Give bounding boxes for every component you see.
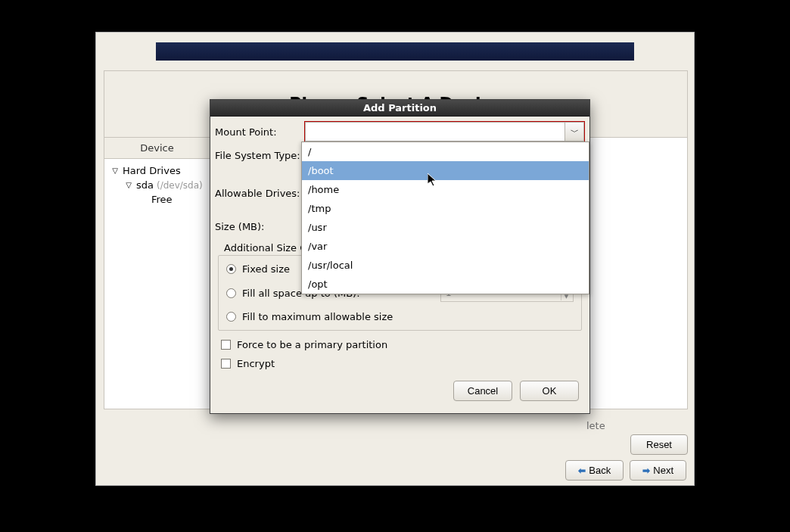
next-button-label: Next — [653, 465, 673, 476]
radio-fixed-size-label: Fixed size — [242, 263, 290, 275]
nav-buttons: ⬅ Back ➡ Next — [565, 460, 686, 481]
tree-label-sda-path: (/dev/sda) — [157, 180, 203, 191]
mount-point-dropdown-button[interactable]: ﹀ — [565, 122, 584, 142]
mount-point-option[interactable]: /opt — [302, 275, 589, 294]
mount-point-option[interactable]: /usr/local — [302, 256, 589, 275]
mount-point-row: Mount Point: ﹀ — [215, 121, 585, 142]
allowable-drives-label: Allowable Drives: — [215, 174, 304, 199]
mount-point-dropdown-list[interactable]: //boot/home/tmp/usr/var/usr/local/opt — [301, 142, 589, 294]
mount-point-option[interactable]: /var — [302, 237, 589, 256]
size-label: Size (MB): — [215, 221, 304, 232]
tree-label-free: Free — [151, 194, 173, 205]
arrow-left-icon: ⬅ — [578, 465, 586, 476]
mount-point-option[interactable]: /boot — [302, 161, 589, 180]
tree-label-sda: sda — [136, 179, 154, 191]
arrow-right-icon: ➡ — [642, 465, 650, 476]
mount-point-combobox[interactable]: ﹀ — [304, 121, 585, 142]
force-primary-label: Force to be a primary partition — [237, 339, 387, 350]
mount-point-option[interactable]: /usr — [302, 218, 589, 237]
ok-button-label: OK — [543, 385, 557, 397]
back-button[interactable]: ⬅ Back — [565, 460, 624, 481]
encrypt-checkbox[interactable] — [221, 359, 231, 369]
back-button-label: Back — [589, 465, 611, 476]
twist-icon[interactable]: ▽ — [110, 166, 120, 175]
reset-button-label: Reset — [646, 439, 672, 450]
dialog-title: Add Partition — [210, 100, 589, 117]
dialog-footer: Cancel OK — [215, 373, 585, 409]
encrypt-row[interactable]: Encrypt — [215, 354, 585, 373]
radio-fixed-size[interactable] — [226, 264, 236, 274]
delete-button-partial[interactable]: lete — [586, 420, 605, 431]
fs-type-label: File System Type: — [215, 150, 304, 161]
bottom-buttons-row: Reset — [104, 434, 688, 455]
next-button[interactable]: ➡ Next — [630, 460, 686, 481]
twist-icon[interactable]: ▽ — [124, 181, 133, 189]
ok-button[interactable]: OK — [520, 381, 579, 401]
force-primary-checkbox[interactable] — [221, 340, 231, 350]
encrypt-label: Encrypt — [237, 358, 275, 369]
mount-point-option[interactable]: /home — [302, 180, 589, 199]
installer-header-bar — [156, 42, 634, 61]
cancel-button[interactable]: Cancel — [453, 381, 512, 401]
mount-point-option[interactable]: / — [302, 142, 589, 161]
force-primary-row[interactable]: Force to be a primary partition — [215, 335, 585, 354]
radio-fill-max-row[interactable]: Fill to maximum allowable size — [219, 306, 581, 327]
radio-fill-upto[interactable] — [226, 288, 236, 298]
cancel-button-label: Cancel — [468, 385, 498, 397]
mount-point-option[interactable]: /tmp — [302, 199, 589, 218]
device-column-header[interactable]: Device — [104, 138, 210, 159]
mount-point-label: Mount Point: — [215, 126, 304, 138]
tree-label-hard-drives: Hard Drives — [123, 165, 181, 176]
mount-point-input[interactable] — [305, 122, 565, 142]
radio-fill-max[interactable] — [226, 312, 236, 322]
radio-fill-max-label: Fill to maximum allowable size — [242, 311, 393, 322]
chevron-down-icon: ﹀ — [571, 126, 579, 138]
reset-button[interactable]: Reset — [630, 434, 688, 455]
